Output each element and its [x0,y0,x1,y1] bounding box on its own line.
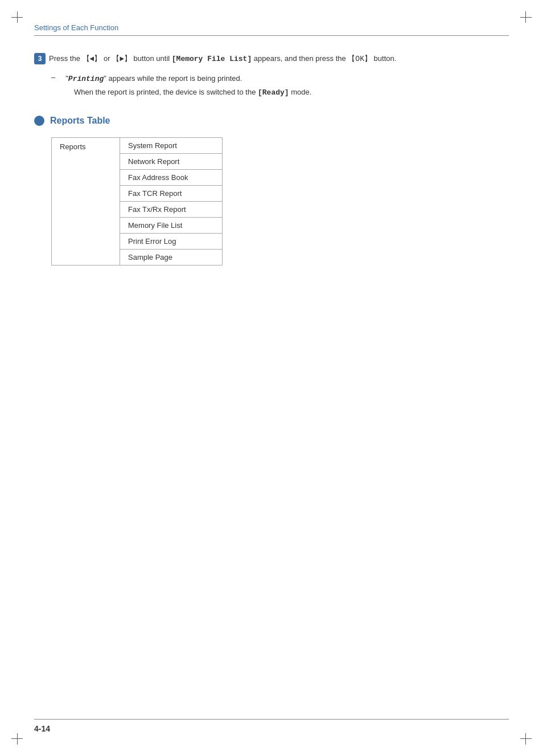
reports-table-container: Reports System Report Network Report Fax… [51,137,509,265]
corner-mark-bottom-right-v [525,733,526,745]
blue-dot-icon [34,116,44,126]
corner-mark-bottom-left-h [11,738,23,739]
right-arrow: 【►】 [112,55,131,63]
ready-ref: [Ready] [258,88,289,97]
list-item: System Report [120,137,223,153]
corner-mark-top-left-h [11,17,23,18]
step-3-line: 3 Press the 【◄】 or 【►】 button until [Mem… [34,53,509,65]
list-item: Fax Tx/Rx Report [120,201,223,217]
list-item: Network Report [120,153,223,169]
left-arrow: 【◄】 [83,55,102,63]
list-item: Memory File List [120,217,223,233]
corner-mark-bottom-right-h [520,738,532,739]
list-item: Fax Address Book [120,169,223,185]
table-row-header: Reports System Report [52,137,223,153]
section-heading: Reports Table [34,116,509,126]
dash-bullet-1: – "Printing" appears while the report is… [51,73,509,85]
section-title: Reports Table [50,116,110,126]
sub-note-line2: When the report is printed, the device i… [74,87,509,99]
page-title: Settings of Each Function [34,23,118,32]
page-number: 4-14 [34,724,50,733]
step-3-text: Press the 【◄】 or 【►】 button until [Memor… [49,53,396,65]
printing-text: Printing [68,75,104,83]
table-header-cell: Reports [52,137,120,265]
memory-file-list-ref: [Memory File List] [172,55,252,63]
corner-mark-bottom-left-v [17,733,18,745]
step-3-badge: 3 [34,53,46,64]
corner-mark-top-right-h [520,17,532,18]
ok-button-ref: 【OK】 [348,55,372,63]
page-footer: 4-14 [34,719,509,733]
page-header: Settings of Each Function [34,23,509,36]
sub-note-line1: "Printing" appears while the report is b… [65,73,242,85]
list-item: Fax TCR Report [120,185,223,201]
list-item: Sample Page [120,249,223,265]
dash-symbol: – [51,73,55,81]
sub-notes: – "Printing" appears while the report is… [51,73,509,99]
list-item: Print Error Log [120,233,223,249]
reports-table: Reports System Report Network Report Fax… [51,137,223,265]
